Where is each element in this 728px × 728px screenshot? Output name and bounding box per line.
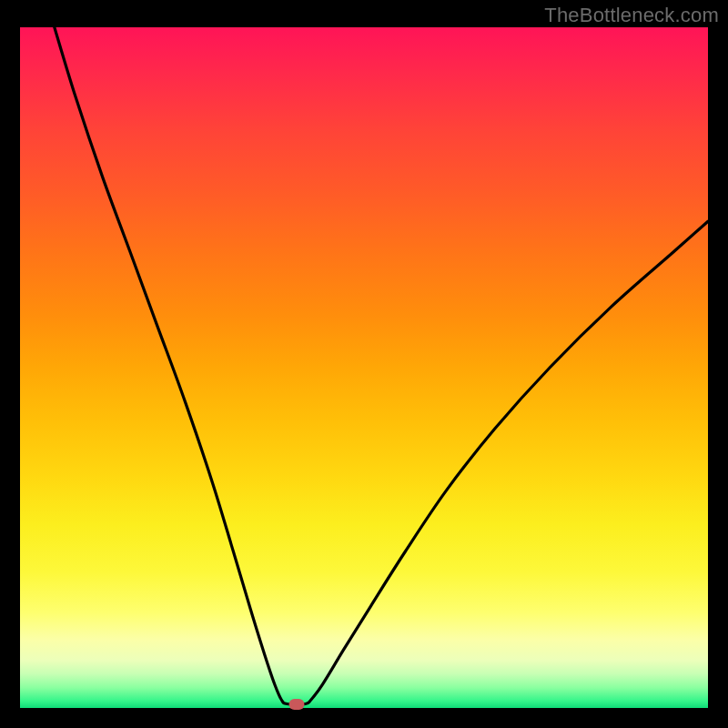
watermark-text: TheBottleneck.com [544,4,719,27]
curve-path [55,27,708,704]
optimal-point-marker [288,699,304,710]
plot-area [20,27,708,708]
bottleneck-curve [20,27,708,708]
chart-frame: TheBottleneck.com [0,0,728,728]
